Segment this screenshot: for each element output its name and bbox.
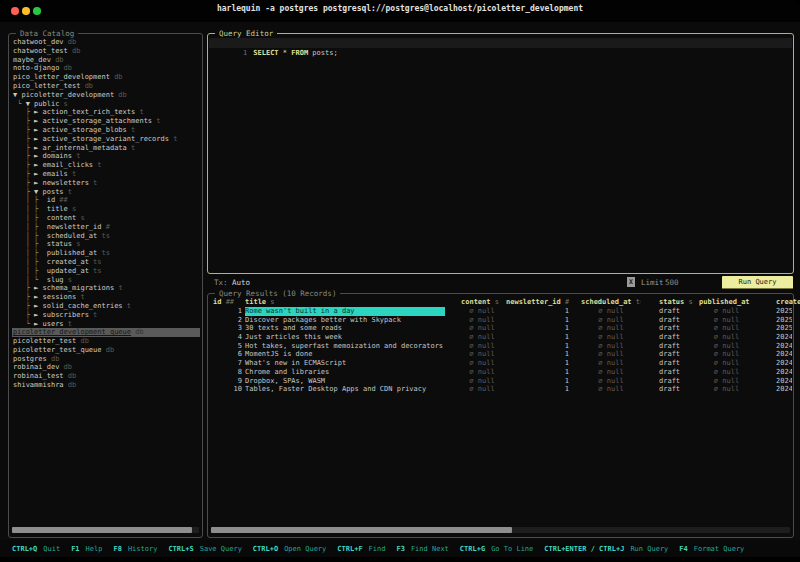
cell-scheduled_at[interactable]: ∅ null [581, 316, 641, 325]
shortcut-quit[interactable]: CTRL+QQuit [12, 545, 60, 553]
cell-newsletter_id[interactable]: 1 [506, 316, 569, 325]
cell-status[interactable]: draft [659, 350, 699, 359]
cell-title[interactable]: MomentJS is done [245, 350, 445, 359]
cell-newsletter_id[interactable]: 1 [506, 359, 569, 368]
expand-arrow-icon[interactable]: ► [34, 284, 42, 292]
cell-scheduled_at[interactable]: ∅ null [581, 385, 641, 394]
shortcut-go-to-line[interactable]: CTRL+GGo To Line [460, 545, 533, 553]
cell-created_at[interactable]: 2024 [776, 385, 792, 394]
cell-created_at[interactable]: 2025 [776, 316, 792, 325]
result-row-3[interactable]: 330 texts and some reads∅ null1∅ nulldra… [209, 324, 792, 333]
result-row-9[interactable]: 9Dropbox, SPAs, WASM∅ null1∅ nulldraft∅ … [209, 377, 792, 386]
catalog-item-schema_migrations[interactable]: ├ ► schema_migrations t [12, 284, 200, 293]
catalog-item-scheduled_at[interactable]: │ ├ scheduled_at ts [12, 232, 200, 241]
cell-published_at[interactable]: ∅ null [699, 368, 754, 377]
collapse-arrow-icon[interactable]: ▼ [34, 188, 42, 196]
catalog-item-robinai_dev[interactable]: robinai_dev db [12, 363, 200, 372]
cell-title[interactable]: Discover packages better with Skypack [245, 316, 445, 325]
limit-checkbox[interactable]: X [627, 277, 635, 287]
column-header-content[interactable]: content s [461, 298, 503, 307]
cell-title[interactable]: Just articles this week [245, 333, 445, 342]
result-row-4[interactable]: 4Just articles this week∅ null1∅ nulldra… [209, 333, 792, 342]
cell-id[interactable]: 5 [213, 342, 242, 351]
cell-published_at[interactable]: ∅ null [699, 316, 754, 325]
expand-arrow-icon[interactable]: ► [34, 311, 42, 319]
cell-status[interactable]: draft [659, 316, 699, 325]
result-row-5[interactable]: 5Hot takes, superfast memoization and de… [209, 342, 792, 351]
cell-newsletter_id[interactable]: 1 [506, 368, 569, 377]
catalog-item-action_text_rich_texts[interactable]: ├ ► action_text_rich_texts t [12, 108, 200, 117]
cell-id[interactable]: 4 [213, 333, 242, 342]
result-row-8[interactable]: 8Chrome and libraries∅ null1∅ nulldraft∅… [209, 368, 792, 377]
expand-arrow-icon[interactable]: ► [34, 117, 42, 125]
sql-code[interactable]: SELECT * FROM posts; [253, 49, 337, 57]
shortcut-save-query[interactable]: CTRL+SSave Query [168, 545, 241, 553]
cell-content[interactable]: ∅ null [461, 359, 503, 368]
catalog-item-created_at[interactable]: │ ├ created_at ts [12, 258, 200, 267]
expand-arrow-icon[interactable]: ► [34, 161, 42, 169]
cell-created_at[interactable]: 2024 [776, 333, 792, 342]
cell-id[interactable]: 2 [213, 316, 242, 325]
cell-scheduled_at[interactable]: ∅ null [581, 359, 641, 368]
cell-created_at[interactable]: 2024 [776, 342, 792, 351]
cell-status[interactable]: draft [659, 333, 699, 342]
cell-published_at[interactable]: ∅ null [699, 359, 754, 368]
cell-status[interactable]: draft [659, 307, 699, 316]
cell-created_at[interactable]: 2024 [776, 368, 792, 377]
cell-newsletter_id[interactable]: 1 [506, 307, 569, 316]
cell-id[interactable]: 7 [213, 359, 242, 368]
cell-title[interactable]: Chrome and libraries [245, 368, 445, 377]
catalog-item-newsletter_id[interactable]: │ ├ newsletter_id # [12, 223, 200, 232]
catalog-item-noto-django[interactable]: noto-django db [12, 64, 200, 73]
result-row-2[interactable]: 2Discover packages better with Skypack∅ … [209, 316, 792, 325]
expand-arrow-icon[interactable]: ► [34, 126, 42, 134]
expand-arrow-icon[interactable]: ► [34, 152, 42, 160]
cell-scheduled_at[interactable]: ∅ null [581, 342, 641, 351]
cell-newsletter_id[interactable]: 1 [506, 385, 569, 394]
cell-title[interactable]: Tables, Faster Desktop Apps and CDN priv… [245, 385, 445, 394]
cell-published_at[interactable]: ∅ null [699, 333, 754, 342]
catalog-item-updated_at[interactable]: │ ├ updated_at ts [12, 267, 200, 276]
catalog-item-chatwoot_test[interactable]: chatwoot_test db [12, 47, 200, 56]
catalog-item-users[interactable]: └ ► users t [12, 320, 200, 329]
column-header-newsletter_id[interactable]: newsletter_id # [506, 298, 569, 307]
results-hscrollbar-track[interactable] [211, 527, 790, 533]
shortcut-run-query[interactable]: CTRL+ENTER / CTRL+JRun Query [544, 545, 668, 553]
cell-id[interactable]: 10 [213, 385, 242, 394]
cell-title[interactable]: Dropbox, SPAs, WASM [245, 377, 445, 386]
catalog-item-status[interactable]: │ ├ status s [12, 240, 200, 249]
catalog-item-active_storage_attachments[interactable]: ├ ► active_storage_attachments t [12, 117, 200, 126]
tx-value[interactable]: Auto [232, 278, 250, 287]
cell-content[interactable]: ∅ null [461, 324, 503, 333]
expand-arrow-icon[interactable]: ► [34, 293, 42, 301]
shortcut-find[interactable]: CTRL+FFind [337, 545, 385, 553]
cell-published_at[interactable]: ∅ null [699, 385, 754, 394]
editor-line[interactable]: 1SELECT * FROM posts; [209, 38, 792, 48]
cell-published_at[interactable]: ∅ null [699, 307, 754, 316]
result-row-6[interactable]: 6MomentJS is done∅ null1∅ nulldraft∅ nul… [209, 350, 792, 359]
run-query-button[interactable]: Run Query [722, 276, 793, 289]
cell-title[interactable]: What's new in ECMAScript [245, 359, 445, 368]
catalog-item-picoletter_test_queue[interactable]: picoletter_test_queue db [12, 346, 200, 355]
cell-status[interactable]: draft [659, 342, 699, 351]
expand-arrow-icon[interactable]: ► [34, 170, 42, 178]
cell-status[interactable]: draft [659, 324, 699, 333]
cell-id[interactable]: 1 [213, 307, 242, 316]
catalog-item-emails[interactable]: ├ ► emails t [12, 170, 200, 179]
catalog-item-active_storage_variant_records[interactable]: ├ ► active_storage_variant_records t [12, 135, 200, 144]
result-row-7[interactable]: 7What's new in ECMAScript∅ null1∅ nulldr… [209, 359, 792, 368]
cell-content[interactable]: ∅ null [461, 307, 503, 316]
cell-status[interactable]: draft [659, 385, 699, 394]
catalog-item-id[interactable]: │ ├ id ## [12, 196, 200, 205]
collapse-arrow-icon[interactable]: ▼ [26, 100, 34, 108]
cell-id[interactable]: 6 [213, 350, 242, 359]
cell-scheduled_at[interactable]: ∅ null [581, 368, 641, 377]
results-hscrollbar-thumb[interactable] [211, 527, 512, 533]
catalog-item-maybe_dev[interactable]: maybe_dev db [12, 56, 200, 65]
cell-title[interactable]: Hot takes, superfast memoization and dec… [245, 342, 445, 351]
cell-content[interactable]: ∅ null [461, 342, 503, 351]
catalog-tree[interactable]: chatwoot_dev dbchatwoot_test dbmaybe_dev… [12, 38, 200, 524]
cell-content[interactable]: ∅ null [461, 316, 503, 325]
cell-published_at[interactable]: ∅ null [699, 350, 754, 359]
catalog-item-published_at[interactable]: │ ├ published_at ts [12, 249, 200, 258]
